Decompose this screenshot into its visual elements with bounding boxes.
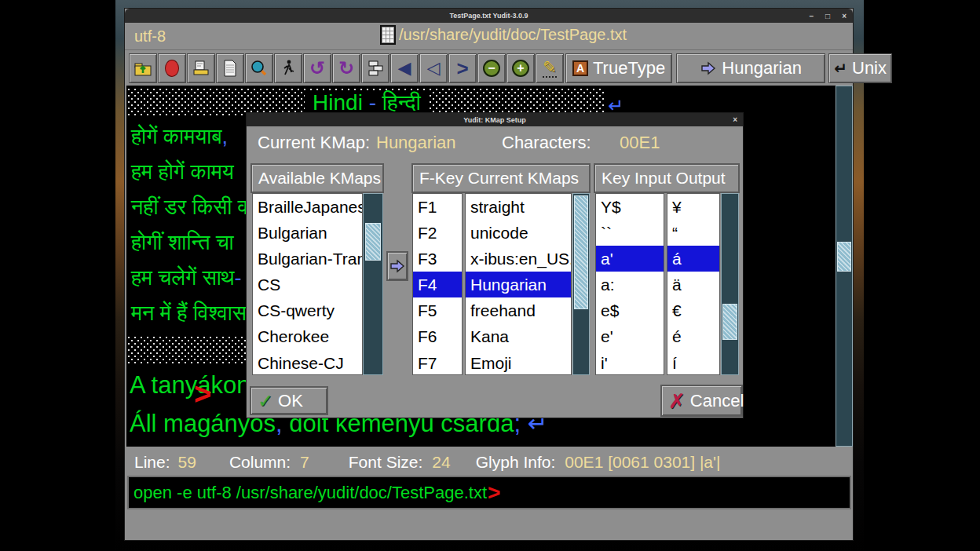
fkey-cell[interactable]: F6	[413, 323, 462, 349]
document-button[interactable]	[216, 53, 244, 83]
walking-person-icon	[279, 59, 298, 78]
editor-scrollbar-thumb[interactable]	[837, 242, 851, 272]
kmap-list-item[interactable]: Bulgarian-Tran	[253, 246, 362, 272]
keymap-scrollbar-thumb[interactable]	[722, 304, 737, 340]
dialog-title: Yudit: KMap Setup	[463, 116, 526, 124]
kmap-list-item[interactable]: Chinese-CJ	[253, 350, 362, 375]
triangle-left-solid-icon: ◀	[398, 60, 411, 77]
fkey-cell[interactable]: F4	[413, 272, 462, 297]
ok-button[interactable]: ✓ OK	[250, 386, 328, 415]
fkey-map-cell[interactable]: Emoji	[466, 350, 571, 375]
fkey-map-cell[interactable]: Hungarian	[466, 272, 571, 297]
fkey-scrollbar-thumb[interactable]	[574, 195, 588, 309]
print-button[interactable]	[187, 53, 215, 83]
editor-line: A tanyákon	[130, 371, 250, 400]
key-output-cell[interactable]: ¥	[667, 194, 719, 220]
fkey-cell[interactable]: F7	[413, 350, 462, 375]
prev-button[interactable]: ◁	[419, 53, 448, 83]
editor-line: नहीं डर किसी व	[131, 195, 248, 220]
assign-kmap-button[interactable]	[386, 251, 408, 281]
fontsize-label: Font Size:	[349, 453, 423, 472]
lineend-selector-button[interactable]: ↵ Unix	[828, 53, 892, 83]
kmap-list-item[interactable]: CS	[253, 272, 362, 297]
bigger-font-button[interactable]: +	[506, 53, 535, 83]
redo-button[interactable]: ↻	[332, 53, 360, 83]
kmap-selector-label: Hungarian	[722, 58, 802, 78]
fkey-cell[interactable]: F2	[413, 220, 462, 246]
arrange-button[interactable]	[361, 53, 389, 83]
font-selector-button[interactable]: A TrueType	[565, 53, 672, 83]
search-button[interactable]	[245, 53, 273, 83]
undo-button[interactable]: ↺	[303, 53, 331, 83]
fkey-map-cell[interactable]: straight	[466, 194, 571, 220]
lineend-selector-label: Unix	[852, 58, 887, 78]
pencil-icon: ✎	[543, 59, 557, 78]
kmap-selector-button[interactable]: Hungarian	[676, 53, 825, 83]
key-output-cell[interactable]: €	[667, 297, 719, 323]
window-titlebar[interactable]: TestPage.txt Yudit-3.0.9 – □ ×	[125, 9, 853, 23]
fkey-map-cell[interactable]: unicode	[466, 220, 571, 246]
save-status-button[interactable]	[158, 53, 186, 83]
column-label: Column:	[229, 453, 291, 472]
smaller-font-button[interactable]: −	[477, 53, 506, 83]
fontsize-value: 24	[432, 453, 450, 472]
kmap-list-item[interactable]: BrailleJapanes	[253, 194, 362, 220]
maximize-button[interactable]: □	[825, 12, 830, 20]
arrange-blocks-icon	[366, 59, 385, 78]
close-button[interactable]: ×	[842, 12, 847, 20]
fkey-map-cell[interactable]: x-ibus:en_US.u	[466, 246, 571, 272]
editor-line: हम होगें कामय	[131, 160, 234, 184]
charmap-icon[interactable]	[380, 25, 396, 45]
check-icon: ✓	[258, 390, 273, 412]
available-scrollbar-thumb[interactable]	[365, 223, 381, 261]
glyphinfo-label: Glyph Info:	[476, 453, 556, 472]
key-input-cell[interactable]: a:	[596, 272, 664, 297]
kmap-list-item[interactable]: CS-qwerty	[253, 297, 362, 323]
fkey-map-column[interactable]: straight unicode x-ibus:en_US.u Hungaria…	[465, 193, 572, 375]
test-button[interactable]	[274, 53, 302, 83]
font-a-box-icon: A	[572, 60, 588, 76]
fkey-column[interactable]: F1 F2 F3 F4 F5 F6 F7	[412, 193, 463, 375]
open-button[interactable]	[129, 53, 157, 83]
fkey-map-cell[interactable]: freehand	[466, 297, 571, 323]
draw-button[interactable]: ✎	[536, 53, 564, 83]
key-input-cell[interactable]: e$	[596, 297, 664, 323]
key-input-cell[interactable]: Y$	[596, 194, 664, 220]
key-input-column[interactable]: Y$ `` a' a: e$ e' i'	[595, 193, 664, 375]
available-scrollbar[interactable]	[363, 193, 383, 375]
minimize-button[interactable]: –	[810, 12, 814, 20]
next-button[interactable]: >	[448, 53, 477, 83]
key-input-cell[interactable]: a'	[596, 246, 664, 272]
dialog-titlebar[interactable]: Yudit: KMap Setup ×	[247, 113, 743, 126]
key-output-cell[interactable]: é	[667, 323, 719, 349]
key-input-cell[interactable]: i'	[596, 350, 664, 375]
key-input-cell[interactable]: e'	[596, 323, 664, 349]
key-input-cell[interactable]: ``	[596, 220, 664, 246]
status-bar: Line: 59 Column: 7 Font Size: 24 Glyph I…	[125, 448, 853, 476]
dialog-close-button[interactable]: ×	[733, 115, 737, 124]
cancel-button-label: Cancel	[690, 391, 744, 411]
editor-line: होगीं शान्ति चा	[131, 231, 234, 255]
transfer-arrow-icon	[389, 257, 406, 275]
key-output-cell[interactable]: ä	[667, 272, 719, 297]
line-label: Line:	[134, 453, 170, 472]
keymap-scrollbar[interactable]	[721, 193, 739, 375]
fkey-cell[interactable]: F3	[413, 246, 462, 272]
encoding-bar: utf-8 /usr/share/yudit/doc/TestPage.txt	[125, 23, 853, 49]
kmap-list-item[interactable]: Bulgarian	[253, 220, 362, 246]
go-start-button[interactable]: ◀	[390, 53, 419, 83]
fkey-map-cell[interactable]: Kana	[466, 323, 571, 349]
cancel-button[interactable]: ✗ Cancel	[660, 385, 743, 417]
key-output-cell[interactable]: á	[667, 246, 719, 272]
kmap-list-item[interactable]: Cherokee	[253, 323, 362, 349]
x-icon: ✗	[668, 391, 686, 411]
available-kmaps-list[interactable]: BrailleJapanes Bulgarian Bulgarian-Tran …	[252, 193, 363, 375]
document-icon	[221, 59, 240, 78]
fkey-cell[interactable]: F5	[413, 297, 462, 323]
key-output-cell[interactable]: “	[667, 220, 719, 246]
key-output-cell[interactable]: í	[667, 350, 719, 375]
command-input[interactable]: open -e utf-8 /usr/share/yudit/doc/TestP…	[127, 476, 851, 509]
fkey-cell[interactable]: F1	[413, 194, 462, 220]
key-output-column[interactable]: ¥ “ á ä € é í	[667, 193, 720, 375]
line-value: 59	[178, 453, 196, 472]
